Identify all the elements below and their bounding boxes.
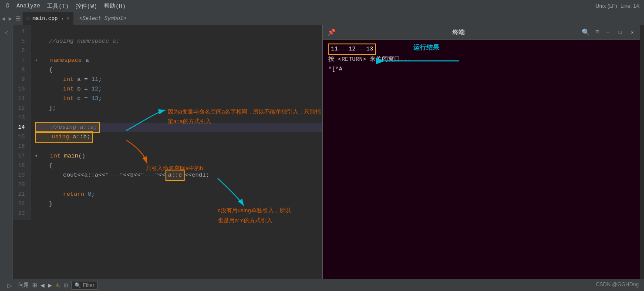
semicolon-21: ; <box>91 190 95 199</box>
line-num-22: 22 <box>13 199 27 209</box>
terminal-close-button[interactable]: ✕ <box>629 29 636 36</box>
line-num-19: 19 <box>13 171 27 180</box>
menu-bar: D Analyze 工具(T) 控件(W) 帮助(H) Unix (LF) Li… <box>0 0 644 12</box>
problem-filter-icon[interactable]: ⊡ <box>64 282 68 288</box>
terminal-restore-button[interactable]: □ <box>617 29 624 36</box>
menu-tools[interactable]: 工具(T) <box>44 1 71 11</box>
kw-int-17: int <box>40 151 61 161</box>
semicolon-10: ; <box>98 84 102 94</box>
fold-indicator-7[interactable]: ▾ <box>35 56 38 65</box>
fold-indicator-17[interactable]: ▾ <box>35 151 38 161</box>
menu-analyze[interactable]: Analyze <box>14 2 43 10</box>
terminal-body[interactable]: 11---12---13 按 <RETURN> 来关闭窗口... ^[^A 运行… <box>323 40 640 279</box>
terminal-output-line2: 按 <RETURN> 来关闭窗口... <box>328 55 635 64</box>
code-line-19: cout<<a::a<< "---" <<b<< "---" << a::c <… <box>35 171 322 180</box>
line-num-9: 9 <box>13 75 27 84</box>
line-num-6: 6 <box>13 46 27 56</box>
tab-file-icon: □ <box>27 16 30 22</box>
semicolon-9: ; <box>98 75 102 84</box>
code-container: 4 5 6 7 8 9 10 11 12 13 14 15 16 17 18 1… <box>13 25 322 220</box>
var-b-decl: b = <box>74 84 91 94</box>
terminal-title-bar: 📌 终端 🔍 ≡ — □ ✕ <box>323 25 640 40</box>
code-line-15: using a::b; <box>35 132 322 142</box>
problem-icon1[interactable]: ⊞ <box>32 282 37 288</box>
run-result-arrow-svg <box>381 48 468 74</box>
line-num-17: 17 <box>13 151 27 161</box>
editor-area[interactable]: 4 5 6 7 8 9 10 11 12 13 14 15 16 17 18 1… <box>13 25 322 279</box>
code-lines[interactable]: //using namespace a; ▾ namespace a { <box>30 25 322 220</box>
problem-nav-forward[interactable]: ▶ <box>48 282 52 288</box>
code-line-12: }; <box>35 104 322 113</box>
code-line-21: return 0 ; <box>35 190 322 199</box>
menu-bar-left: D Analyze 工具(T) 控件(W) 帮助(H) <box>3 1 128 11</box>
parens-17: () <box>78 151 85 161</box>
line-num-15: 15 <box>13 132 27 142</box>
code-line-13 <box>35 113 322 123</box>
code-line-5: //using namespace a; <box>35 37 322 46</box>
terminal-output-highlight: 11---12---13 <box>328 43 376 55</box>
semicolon-11: ; <box>98 94 102 104</box>
terminal-minimize-button[interactable]: — <box>604 29 611 36</box>
line-num-13: 13 <box>13 113 27 123</box>
terminal-pin-icon[interactable]: 📌 <box>327 28 336 37</box>
code-line-4 <box>35 27 322 37</box>
nav-back-button[interactable]: ◀ <box>0 14 7 23</box>
kw-int-10: int <box>35 84 74 94</box>
num-0: 0 <box>88 190 91 199</box>
problem-filter-box[interactable]: 🔍 Filter <box>71 281 98 290</box>
line-num-23: 23 <box>13 209 27 218</box>
code-line-11: int c = 13 ; <box>35 94 322 104</box>
var-c-decl: c = <box>74 94 91 104</box>
problem-expand-icon[interactable]: ▷ <box>4 280 15 291</box>
kw-int-9: int <box>35 75 74 84</box>
problem-warning-icon: ⚠ <box>55 282 60 288</box>
left-gutter: ◁ <box>0 25 13 279</box>
code-line-23 <box>35 209 322 218</box>
terminal-panel: 📌 终端 🔍 ≡ — □ ✕ 11---12---13 按 <RETURN> 来… <box>322 25 640 279</box>
tab-bar: ◀ ▶ ☰ □ main.cpp ▾ × <Select Symbol> <box>0 12 644 25</box>
comment-using-namespace: //using namespace a; <box>35 37 119 46</box>
cm-using-aa: //using a::a; <box>37 123 98 132</box>
terminal-title-right: 🔍 ≡ — □ ✕ <box>582 28 636 37</box>
encoding-status: Unix (LF) <box>596 3 617 9</box>
problem-label: 问题 <box>18 281 29 289</box>
ns-name-a: a <box>82 56 89 65</box>
terminal-menu-icon[interactable]: ≡ <box>595 29 599 36</box>
filter-placeholder: Filter <box>83 282 94 288</box>
line-num-4: 4 <box>13 27 27 37</box>
line-num-5: 5 <box>13 37 27 46</box>
return-val <box>84 190 88 199</box>
highlight-ac: a::c <box>165 170 185 181</box>
symbol-selector[interactable]: <Select Symbol> <box>74 16 131 22</box>
nav-menu-button[interactable]: ☰ <box>14 14 23 23</box>
tab-main-cpp[interactable]: □ main.cpp ▾ × <box>23 12 74 25</box>
tab-close-button[interactable]: × <box>67 16 70 21</box>
terminal-title-left: 📌 <box>327 28 336 37</box>
tab-dropdown-icon[interactable]: ▾ <box>61 16 64 21</box>
code-line-9: int a = 11 ; <box>35 75 322 84</box>
menu-right-status: Unix (LF) Line: 14, <box>596 3 641 9</box>
cout-pre-ac: << <box>158 171 165 180</box>
menu-controls[interactable]: 控件(W) <box>73 1 100 11</box>
using-ab-text: a::b; <box>69 132 91 142</box>
code-line-17: ▾ int main () <box>35 151 322 161</box>
ac-text: a::c <box>168 171 182 180</box>
line-num-21: 21 <box>13 190 27 199</box>
line-num-8: 8 <box>13 65 27 75</box>
line-num-12: 12 <box>13 104 27 113</box>
code-line-8: { <box>35 65 322 75</box>
kw-return: return <box>63 190 84 199</box>
code-line-16 <box>35 142 322 151</box>
num-12: 12 <box>91 84 98 94</box>
cout-b: <<b<< <box>123 171 141 180</box>
gutter-icon-1[interactable]: ◁ <box>1 27 12 37</box>
problem-nav-back[interactable]: ◀ <box>40 282 44 288</box>
menu-help[interactable]: 帮助(H) <box>101 1 128 11</box>
terminal-title-text: 终端 <box>452 29 465 37</box>
line-num-16: 16 <box>13 142 27 151</box>
nav-forward-button[interactable]: ▶ <box>7 14 14 23</box>
line-num-10: 10 <box>13 84 27 94</box>
csdn-watermark: CSDN @GGHDog <box>596 281 639 288</box>
terminal-search-icon[interactable]: 🔍 <box>582 28 590 37</box>
menu-logo[interactable]: D <box>3 2 12 10</box>
